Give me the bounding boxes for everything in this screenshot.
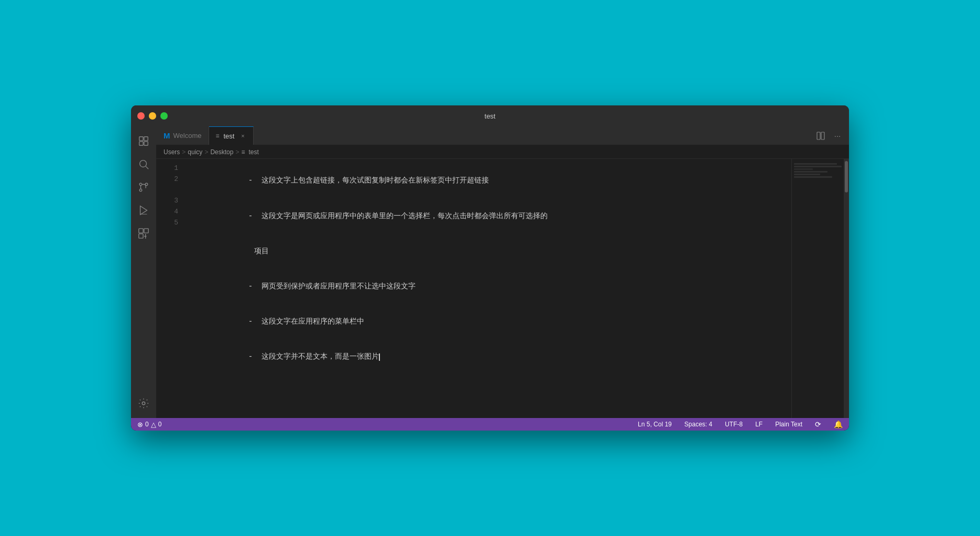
line-number-2: 2 xyxy=(156,174,178,185)
line-numbers: 1 2 · 3 4 5 xyxy=(156,159,182,418)
cursor-position-status[interactable]: Ln 5, Col 19 xyxy=(636,421,674,428)
tab-close-button[interactable]: × xyxy=(238,132,247,140)
search-icon[interactable] xyxy=(133,154,154,175)
tab-bar: M Welcome ≡ test × ··· xyxy=(156,126,849,145)
vscode-window: test xyxy=(131,105,849,431)
traffic-lights xyxy=(137,112,168,120)
breadcrumb-test[interactable]: ≡ test xyxy=(241,148,258,156)
breadcrumb-sep-3: > xyxy=(235,148,239,156)
encoding-status[interactable]: UTF-8 xyxy=(723,421,745,428)
close-button[interactable] xyxy=(137,112,145,120)
warning-count: 0 xyxy=(158,421,162,428)
indentation-status[interactable]: Spaces: 4 xyxy=(682,421,714,428)
language-status[interactable]: Plain Text xyxy=(773,421,804,428)
more-actions-button[interactable]: ··· xyxy=(830,128,845,143)
code-line-5: - 这段文字并不是文本，而是一张图片 xyxy=(187,339,791,374)
tab-test[interactable]: ≡ test × xyxy=(209,126,254,145)
bell-icon: 🔔 xyxy=(834,420,843,428)
tab-welcome[interactable]: M Welcome xyxy=(156,126,209,145)
code-line-2-wrap: 项目 xyxy=(187,233,791,269)
svg-rect-11 xyxy=(144,229,148,233)
code-line-3: - 网页受到保护或者应用程序里不让选中这段文字 xyxy=(187,269,791,304)
vscode-logo-icon: M xyxy=(164,131,170,140)
line-ending-label: LF xyxy=(755,421,763,428)
language-label: Plain Text xyxy=(775,421,802,428)
remote-sync-status[interactable]: ⟳ xyxy=(813,420,823,428)
status-bar-left: ⊗ 0 △ 0 xyxy=(135,421,164,428)
breadcrumb-quicy[interactable]: quicy xyxy=(188,148,202,156)
editor-area: M Welcome ≡ test × ··· xyxy=(156,126,849,418)
maximize-button[interactable] xyxy=(160,112,168,120)
code-line-1: - 这段文字上包含超链接，每次试图复制时都会在新标签页中打开超链接 xyxy=(187,163,791,198)
vertical-scrollbar[interactable] xyxy=(844,159,849,418)
warning-icon: △ xyxy=(151,421,156,428)
settings-icon[interactable] xyxy=(133,393,154,414)
svg-rect-1 xyxy=(144,137,148,141)
errors-status[interactable]: ⊗ 0 △ 0 xyxy=(135,421,164,428)
run-debug-icon[interactable] xyxy=(133,200,154,221)
minimap xyxy=(791,159,844,418)
title-bar: test xyxy=(131,105,849,126)
main-layout: M Welcome ≡ test × ··· xyxy=(131,126,849,418)
scrollbar-thumb[interactable] xyxy=(845,161,848,192)
line-number-5: 5 xyxy=(156,218,178,229)
breadcrumb-users[interactable]: Users xyxy=(164,148,180,156)
error-icon: ⊗ xyxy=(137,421,143,428)
svg-point-4 xyxy=(140,160,147,167)
svg-line-5 xyxy=(146,166,148,169)
svg-point-8 xyxy=(139,189,142,191)
breadcrumb-sep-2: > xyxy=(204,148,208,156)
active-tab-label: test xyxy=(223,132,234,140)
svg-rect-10 xyxy=(139,229,143,233)
extensions-icon[interactable] xyxy=(133,223,154,244)
code-line-4: - 这段文字在应用程序的菜单栏中 xyxy=(187,304,791,339)
line-ending-status[interactable]: LF xyxy=(753,421,765,428)
breadcrumb: Users > quicy > Desktop > ≡ test xyxy=(156,145,849,159)
error-count: 0 xyxy=(145,421,149,428)
line-number-4: 4 xyxy=(156,207,178,218)
source-control-icon[interactable] xyxy=(133,177,154,198)
sync-icon: ⟳ xyxy=(815,420,821,428)
spaces-label: Spaces: 4 xyxy=(684,421,712,428)
svg-rect-12 xyxy=(139,234,143,238)
editor-content[interactable]: 1 2 · 3 4 5 - 这段文字上包含超链接，每次试图复制时都会在新标签页中… xyxy=(156,159,849,418)
svg-rect-2 xyxy=(139,142,143,145)
line-number-1: 1 xyxy=(156,163,178,174)
split-editor-button[interactable] xyxy=(813,128,828,143)
breadcrumb-sep-1: > xyxy=(182,148,186,156)
svg-rect-3 xyxy=(144,142,148,145)
encoding-label: UTF-8 xyxy=(725,421,743,428)
explorer-icon[interactable] xyxy=(133,131,154,152)
svg-rect-0 xyxy=(139,137,143,141)
code-line-2: - 这段文字是网页或应用程序中的表单里的一个选择栏，每次点击时都会弹出所有可选择… xyxy=(187,198,791,233)
svg-rect-15 xyxy=(821,132,824,140)
svg-point-6 xyxy=(139,183,142,186)
window-title: test xyxy=(485,112,496,120)
cursor-position: Ln 5, Col 19 xyxy=(638,421,672,428)
text-cursor xyxy=(379,352,380,361)
notifications-status[interactable]: 🔔 xyxy=(832,420,845,428)
svg-marker-9 xyxy=(140,206,147,215)
breadcrumb-desktop[interactable]: Desktop xyxy=(210,148,233,156)
svg-point-13 xyxy=(142,402,145,405)
file-lines-icon: ≡ xyxy=(215,132,219,140)
line-number-2b: · xyxy=(156,185,178,196)
status-bar: ⊗ 0 △ 0 Ln 5, Col 19 Spaces: 4 UTF-8 LF … xyxy=(131,418,849,431)
welcome-tab-label: Welcome xyxy=(173,132,202,140)
svg-rect-14 xyxy=(817,132,820,140)
code-area[interactable]: - 这段文字上包含超链接，每次试图复制时都会在新标签页中打开超链接 - 这段文字… xyxy=(182,159,791,418)
activity-bar xyxy=(131,126,156,418)
minimize-button[interactable] xyxy=(149,112,156,120)
tab-bar-actions: ··· xyxy=(813,128,849,143)
line-number-3: 3 xyxy=(156,196,178,207)
status-bar-right: Ln 5, Col 19 Spaces: 4 UTF-8 LF Plain Te… xyxy=(636,420,845,428)
